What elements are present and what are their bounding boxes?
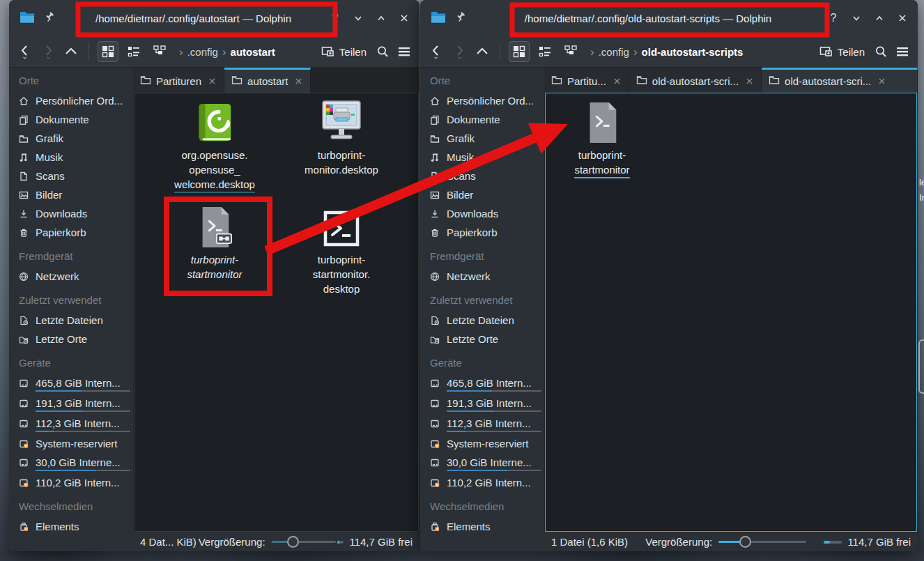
- zoom-slider[interactable]: [272, 535, 336, 548]
- folder-view[interactable]: turboprint-startmonitor: [545, 93, 917, 532]
- share-button[interactable]: Teilen: [817, 44, 868, 60]
- menu-button[interactable]: [894, 44, 911, 59]
- places-item-musik[interactable]: Musik: [17, 148, 133, 167]
- file-turboprint-startmonitor-desktop[interactable]: turboprint-startmonitor.desktop: [289, 201, 394, 296]
- breadcrumb-current[interactable]: autostart: [231, 46, 275, 58]
- titlebar[interactable]: /home/dietmar/.config/autostart — Dolphi…: [9, 0, 419, 36]
- tree-view-button[interactable]: [560, 41, 581, 62]
- minimize-button[interactable]: [353, 13, 364, 24]
- network-icon: [429, 270, 440, 282]
- up-button[interactable]: [473, 43, 491, 61]
- documents-icon: [429, 114, 440, 125]
- tab-old-autostart-scri[interactable]: old-autostart-scri...: [629, 68, 762, 93]
- tab-close-icon[interactable]: [877, 77, 886, 86]
- places-item-persönlicher-ord[interactable]: Persönlicher Ord...: [17, 91, 133, 110]
- file-label-line: monitor.desktop: [289, 162, 394, 177]
- places-item-letzte-orte[interactable]: Letzte Orte: [17, 330, 133, 348]
- forward-button[interactable]: [450, 42, 468, 61]
- places-item-dokumente[interactable]: Dokumente: [429, 110, 544, 129]
- places-item-bilder[interactable]: Bilder: [429, 185, 544, 204]
- places-item-110-2-gib-intern[interactable]: 110,2 GiB Intern...: [17, 473, 133, 492]
- file-turboprint-startmonitor[interactable]: turboprint-startmonitor: [550, 96, 654, 178]
- places-item-label: 30,0 GiB Interne...: [447, 456, 532, 468]
- places-item-letzte-dateien[interactable]: Letzte Dateien: [17, 311, 133, 330]
- forward-button[interactable]: [39, 42, 57, 61]
- places-item-112-3-gib-intern[interactable]: 112,3 GiB Intern...: [429, 414, 544, 433]
- back-button[interactable]: [427, 42, 445, 61]
- places-item-downloads[interactable]: Downloads: [429, 204, 544, 223]
- help-button[interactable]: ?: [330, 13, 341, 24]
- details-view-button[interactable]: [123, 41, 144, 62]
- places-item-system-reserviert[interactable]: System-reserviert: [429, 434, 544, 453]
- places-item-letzte-orte[interactable]: Letzte Orte: [429, 330, 544, 348]
- places-item-netzwerk[interactable]: Netzwerk: [17, 267, 133, 286]
- places-item-191-3-gib-intern[interactable]: 191,3 GiB Intern...: [429, 394, 544, 413]
- places-item-elements[interactable]: Elements: [17, 517, 133, 536]
- icons-view-button[interactable]: [98, 41, 118, 62]
- places-item-letzte-dateien[interactable]: Letzte Dateien: [429, 311, 544, 330]
- places-item-465-8-gib-intern[interactable]: 465,8 GiB Intern...: [429, 374, 544, 392]
- places-item-scans[interactable]: Scans: [429, 167, 544, 185]
- places-item-papierkorb[interactable]: Papierkorb: [429, 223, 544, 242]
- places-item-191-3-gib-intern[interactable]: 191,3 GiB Intern...: [17, 394, 133, 413]
- close-button[interactable]: [399, 13, 410, 24]
- zoom-slider[interactable]: [718, 535, 806, 548]
- recent-files-icon: [429, 314, 440, 326]
- tab-partitu[interactable]: Partitu...: [544, 68, 629, 93]
- file-label-text: welcome.desktop: [174, 177, 255, 193]
- places-item-110-2-gib-intern[interactable]: 110,2 GiB Intern...: [429, 473, 544, 492]
- breadcrumb-parent[interactable]: .config: [187, 46, 218, 58]
- minimize-button[interactable]: [851, 13, 862, 24]
- breadcrumb-current[interactable]: old-autostart-scripts: [642, 46, 744, 58]
- tab-close-icon[interactable]: [613, 77, 622, 86]
- places-item-465-8-gib-intern[interactable]: 465,8 GiB Intern...: [17, 374, 133, 392]
- file-label-text: startmonitor: [574, 162, 629, 178]
- file-turboprint-monitor-desktop[interactable]: turboprint-monitor.desktop: [289, 96, 394, 177]
- places-item-musik[interactable]: Musik: [429, 148, 544, 167]
- tab-label: old-autostart-scri...: [652, 75, 739, 87]
- search-button[interactable]: [374, 43, 391, 60]
- places-item-112-3-gib-intern[interactable]: 112,3 GiB Intern...: [17, 414, 133, 433]
- maximize-button[interactable]: [874, 13, 885, 24]
- places-item-papierkorb[interactable]: Papierkorb: [17, 223, 133, 242]
- tab-autostart[interactable]: autostart: [224, 68, 311, 93]
- places-item-netzwerk[interactable]: Netzwerk: [429, 267, 544, 286]
- folder-view[interactable]: org.opensuse.opensuse_welcome.desktoptur…: [134, 93, 419, 532]
- menu-button[interactable]: [396, 44, 413, 59]
- places-item-downloads[interactable]: Downloads: [17, 204, 133, 223]
- close-button[interactable]: [897, 13, 908, 24]
- places-item-elements[interactable]: Elements: [429, 517, 544, 536]
- file-turboprint-startmonitor[interactable]: turboprint-startmonitor: [162, 201, 267, 282]
- tree-view-button[interactable]: [149, 41, 170, 62]
- places-item-grafik[interactable]: Grafik: [17, 129, 133, 148]
- breadcrumb-parent[interactable]: .config: [599, 46, 629, 58]
- places-item-system-reserviert[interactable]: System-reserviert: [17, 434, 133, 453]
- search-button[interactable]: [872, 43, 889, 60]
- file-org-opensuse-opensuse-welcome-desktop[interactable]: org.opensuse.opensuse_welcome.desktop: [162, 96, 267, 193]
- places-item-scans[interactable]: Scans: [17, 167, 133, 185]
- up-button[interactable]: [62, 43, 80, 61]
- icons-view-button[interactable]: [509, 41, 530, 62]
- tab-close-icon[interactable]: [208, 77, 217, 86]
- details-view-button[interactable]: [534, 41, 555, 62]
- breadcrumb-chevron-icon: ›: [590, 46, 594, 58]
- places-item-persönlicher-ord[interactable]: Persönlicher Ord...: [429, 91, 544, 110]
- back-button[interactable]: [16, 42, 34, 61]
- places-item-dokumente[interactable]: Dokumente: [17, 110, 133, 129]
- tab-close-icon[interactable]: [745, 77, 754, 86]
- home-icon: [429, 95, 440, 107]
- tab-partituren[interactable]: Partituren: [133, 68, 224, 93]
- places-item-grafik[interactable]: Grafik: [429, 129, 544, 148]
- status-items-text: 4 Dat... KiB): [140, 536, 197, 548]
- places-item-30-0-gib-interne[interactable]: 30,0 GiB Interne...: [17, 453, 133, 472]
- tab-close-icon[interactable]: [294, 77, 303, 86]
- script-file-icon: [550, 96, 654, 145]
- help-button[interactable]: ?: [828, 13, 839, 24]
- folder-small-icon: [140, 75, 151, 87]
- titlebar[interactable]: /home/dietmar/.config/old-autostart-scri…: [420, 0, 918, 36]
- tab-old-autostart-scri[interactable]: old-autostart-scri...: [762, 68, 918, 93]
- places-item-bilder[interactable]: Bilder: [17, 185, 133, 204]
- maximize-button[interactable]: [376, 13, 387, 24]
- share-button[interactable]: Teilen: [318, 44, 369, 60]
- places-item-30-0-gib-interne[interactable]: 30,0 GiB Interne...: [429, 453, 544, 472]
